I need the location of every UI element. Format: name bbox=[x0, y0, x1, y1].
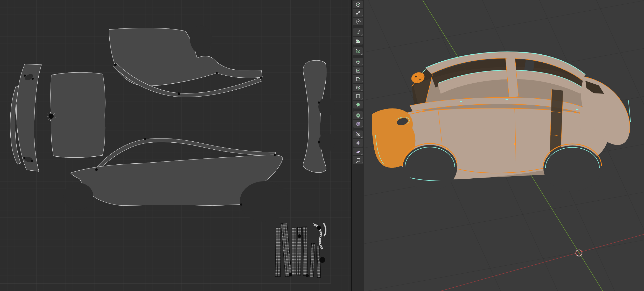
uv-canvas bbox=[0, 0, 351, 291]
inset-faces-icon bbox=[355, 68, 361, 73]
measure-icon bbox=[355, 38, 361, 43]
poly-build-icon bbox=[355, 102, 361, 107]
scale-icon bbox=[355, 10, 361, 16]
app-window bbox=[0, 0, 644, 291]
bevel-icon bbox=[355, 76, 361, 82]
shear-icon bbox=[355, 149, 361, 154]
spin-icon bbox=[355, 113, 361, 118]
tool-knife-button[interactable] bbox=[353, 92, 363, 100]
tool-rotate-button[interactable] bbox=[353, 1, 363, 8]
tool-shear-button[interactable] bbox=[353, 148, 363, 155]
tool-poly-build-button[interactable] bbox=[353, 101, 363, 108]
uv-editor-pane[interactable] bbox=[0, 0, 351, 291]
tool-transform-button[interactable] bbox=[353, 18, 363, 25]
rip-region-icon bbox=[355, 157, 361, 163]
tool-extrude-region-button[interactable] bbox=[353, 58, 363, 66]
add-cube-icon bbox=[355, 49, 361, 54]
tool-measure-button[interactable] bbox=[353, 37, 363, 45]
transform-icon bbox=[355, 19, 361, 24]
viewport-toolbar bbox=[352, 0, 364, 291]
tool-rip-region-button[interactable] bbox=[353, 156, 363, 164]
loop-cut-icon bbox=[355, 85, 361, 90]
shrink-fatten-icon bbox=[355, 140, 361, 146]
viewport-3d-pane[interactable] bbox=[352, 0, 644, 291]
door-vertex bbox=[514, 143, 515, 145]
tool-shrink-fatten-button[interactable] bbox=[353, 139, 363, 147]
knife-icon bbox=[355, 93, 361, 99]
uv-island-hood bbox=[47, 72, 105, 158]
extrude-region-icon bbox=[355, 59, 361, 65]
tool-smooth-button[interactable] bbox=[353, 120, 363, 128]
viewport-canvas bbox=[352, 0, 644, 291]
annotate-icon bbox=[355, 30, 361, 35]
tool-randomize-button[interactable] bbox=[353, 130, 363, 138]
tool-add-cube-button[interactable] bbox=[353, 47, 363, 55]
smooth-icon bbox=[355, 121, 361, 127]
tool-loop-cut-button[interactable] bbox=[353, 84, 363, 91]
door-handle-vertex bbox=[446, 148, 447, 150]
tool-annotate-button[interactable] bbox=[353, 28, 363, 36]
tool-spin-button[interactable] bbox=[353, 111, 363, 119]
randomize-icon bbox=[355, 132, 361, 137]
tool-inset-faces-button[interactable] bbox=[353, 67, 363, 74]
tool-bevel-button[interactable] bbox=[353, 75, 363, 83]
rotate-icon bbox=[355, 2, 361, 7]
tool-scale-button[interactable] bbox=[353, 9, 363, 17]
